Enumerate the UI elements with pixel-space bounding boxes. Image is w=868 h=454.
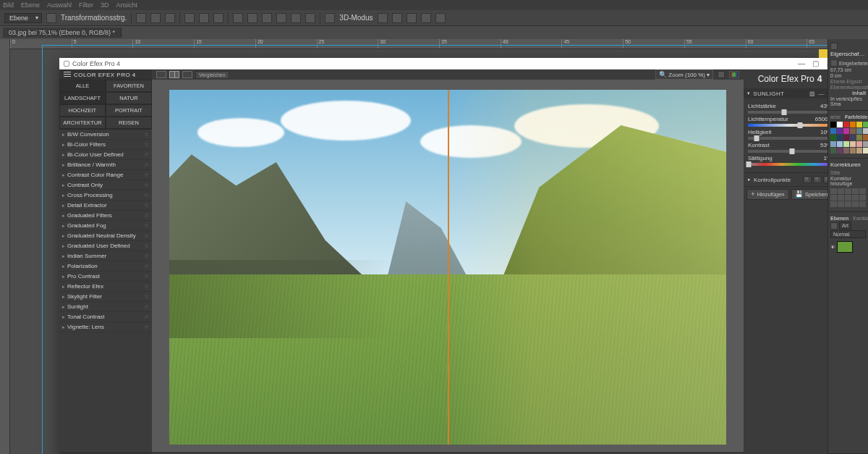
filter-item[interactable]: ▸Graduated Filters☆ [59, 211, 152, 221]
swatch[interactable] [856, 141, 862, 147]
swatch[interactable] [830, 148, 836, 154]
3d-tool-icon[interactable] [435, 13, 446, 23]
align-icon[interactable] [165, 13, 175, 23]
filter-icon[interactable] [830, 222, 838, 230]
tab-inhalt[interactable]: Inhalt [830, 91, 866, 96]
filter-list[interactable]: ▸B/W Conversion☆▸Bi-Color Filters☆▸Bi-Co… [59, 129, 152, 332]
category-tab[interactable]: LANDSCHAFT [59, 92, 106, 104]
viewer-stage[interactable] [152, 80, 744, 452]
histogram-icon[interactable] [729, 71, 739, 78]
swatch[interactable] [837, 128, 843, 134]
swatch[interactable] [850, 148, 856, 154]
distribute-icon[interactable] [276, 13, 286, 23]
slider-thumb[interactable] [746, 161, 752, 167]
layer-filter-select[interactable]: Art [839, 222, 851, 230]
swatch[interactable] [856, 128, 862, 134]
compare-button[interactable]: Vergleichen [195, 71, 229, 79]
align-icon[interactable] [136, 13, 146, 23]
filter-item[interactable]: ▸Skylight Filter☆ [59, 292, 152, 302]
swatch[interactable] [843, 135, 849, 140]
filter-item[interactable]: ▸Polarization☆ [59, 261, 152, 272]
swatch[interactable] [850, 141, 856, 147]
swatch[interactable] [863, 141, 868, 147]
category-tab[interactable]: NATUR [106, 92, 152, 104]
menu-item[interactable]: Bild [3, 1, 14, 9]
category-tab[interactable]: HOCHZEIT [59, 104, 106, 117]
slider-thumb[interactable] [790, 148, 795, 154]
window-minimize-icon[interactable]: — [798, 59, 805, 67]
window-maximize-icon[interactable]: ▢ [812, 59, 819, 67]
filter-item[interactable]: ▸Tonal Contrast☆ [59, 312, 152, 322]
filter-item[interactable]: ▸Contrast Color Range☆ [59, 170, 152, 180]
swatch[interactable] [837, 135, 843, 140]
menu-item[interactable]: Filter [79, 1, 93, 9]
corrections-panel-title[interactable]: Korrekturen [830, 161, 866, 168]
plugin-titlebar[interactable]: Color Efex Pro 4 — ▢ ✕ [59, 58, 836, 70]
filter-item[interactable]: ▸Sunlight☆ [59, 302, 152, 312]
layer-target-select[interactable]: Ebene [4, 13, 42, 23]
swatch[interactable] [837, 141, 843, 147]
filter-item[interactable]: ▸Brilliance / Warmth☆ [59, 160, 152, 170]
view-side-by-side-icon[interactable] [182, 71, 192, 78]
swatch[interactable] [830, 135, 836, 140]
swatch[interactable] [856, 122, 862, 127]
zoom-select[interactable]: 🔍Zoom (100 %)▾ [655, 70, 713, 80]
filter-section-header[interactable]: ▾ SUNLIGHT ▧—✕ [744, 88, 836, 98]
view-single-icon[interactable] [156, 71, 166, 78]
control-points-row[interactable]: ▸ Kontrollpunkte [744, 172, 836, 186]
distribute-icon[interactable] [291, 13, 301, 23]
distribute-icon[interactable] [305, 13, 315, 23]
swatch[interactable] [830, 128, 836, 134]
filter-item[interactable]: ▸Detail Extractor☆ [59, 201, 152, 211]
menu-item[interactable]: 3D [101, 1, 109, 9]
filter-item[interactable]: ▸Vignette: Lens☆ [59, 322, 152, 332]
layer-thumbnail[interactable] [837, 241, 853, 253]
tool-icon[interactable] [46, 13, 56, 23]
distribute-icon[interactable] [233, 13, 243, 23]
swatch[interactable] [837, 148, 843, 154]
swatch[interactable] [856, 148, 862, 154]
3d-tool-icon[interactable] [407, 13, 417, 23]
swatch[interactable] [843, 148, 849, 154]
slider-track[interactable] [748, 111, 832, 114]
control-point-add-plus-icon[interactable] [803, 176, 812, 183]
menu-icon[interactable] [64, 72, 71, 77]
slider-thumb[interactable] [781, 109, 786, 115]
swatch[interactable] [830, 141, 836, 147]
filter-item[interactable]: ▸Indian Summer☆ [59, 251, 152, 261]
swatch[interactable] [863, 135, 868, 140]
align-icon[interactable] [199, 13, 209, 23]
swatch[interactable] [843, 128, 849, 134]
swatch[interactable] [863, 122, 868, 127]
filter-item[interactable]: ▸Graduated Fog☆ [59, 221, 152, 231]
swatch[interactable] [837, 122, 843, 127]
3d-tool-icon[interactable] [378, 13, 388, 23]
swatch[interactable] [863, 128, 868, 134]
swatches-grid[interactable] [830, 120, 866, 155]
tab-channels[interactable]: Kanäle [853, 216, 868, 221]
visibility-icon[interactable]: 👁 [830, 245, 835, 250]
add-filter-button[interactable]: +Hinzufügen [746, 189, 789, 200]
filter-item[interactable]: ▸Graduated User Defined☆ [59, 241, 152, 251]
3d-tool-icon[interactable] [421, 13, 431, 23]
distribute-icon[interactable] [247, 13, 258, 23]
blend-mode-select[interactable]: Normal [830, 230, 866, 238]
distribute-icon[interactable] [262, 13, 272, 23]
slider-thumb[interactable] [754, 135, 759, 141]
filter-item[interactable]: ▸Graduated Neutral Density☆ [59, 231, 152, 241]
filter-item[interactable]: ▸Cross Processing☆ [59, 190, 152, 201]
swatch[interactable] [850, 128, 856, 134]
align-icon[interactable] [150, 13, 161, 23]
category-tab[interactable]: ARCHITEKTUR [59, 117, 106, 129]
tab-layers[interactable]: Ebenen [830, 216, 848, 221]
tab-swatches[interactable]: Farbfelder [845, 114, 868, 119]
swatch[interactable] [843, 122, 849, 127]
filter-item[interactable]: ▸Bi-Color User Defined☆ [59, 150, 152, 160]
swatch[interactable] [830, 122, 836, 127]
slider-track[interactable] [748, 124, 832, 127]
align-icon[interactable] [184, 13, 195, 23]
slider-track[interactable] [748, 150, 832, 153]
align-icon[interactable] [213, 13, 224, 23]
document-tab[interactable]: 03.jpg bei 75,1% (Ebene 0, RGB/8) * [3, 28, 122, 38]
filter-item[interactable]: ▸Reflector Efex☆ [59, 282, 152, 292]
